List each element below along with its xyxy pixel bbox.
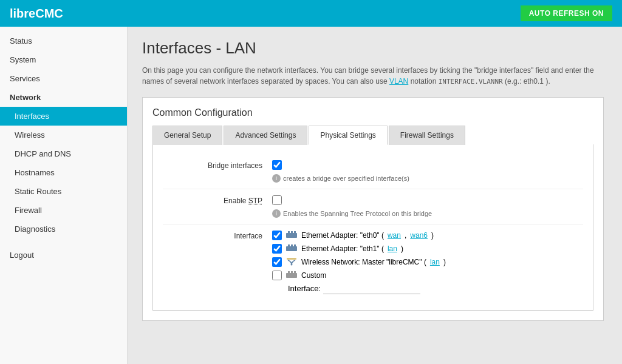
desc-code: INTERFACE.VLANNR — [439, 78, 503, 86]
interface-wireless: Wireless Network: Master "libreCMC" ( la… — [272, 257, 583, 267]
wireless-checkbox[interactable] — [272, 257, 282, 267]
svg-rect-7 — [294, 244, 296, 247]
layout: Status System Services Network Interface… — [0, 27, 622, 364]
stp-help-icon: i — [272, 209, 281, 218]
sidebar-item-dhcp-dns[interactable]: DHCP and DNS — [0, 144, 127, 163]
svg-rect-3 — [294, 231, 296, 234]
wireless-lan-link[interactable]: lan — [430, 258, 440, 266]
eth1-checkbox[interactable] — [272, 244, 282, 254]
auto-refresh-button[interactable]: AUTO REFRESH ON — [521, 5, 612, 21]
sidebar-item-hostnames[interactable]: Hostnames — [0, 163, 127, 182]
svg-rect-4 — [286, 246, 297, 251]
tab-firewall-settings[interactable]: Firewall Settings — [389, 126, 465, 145]
svg-rect-1 — [288, 231, 290, 234]
sidebar-item-system[interactable]: System — [0, 50, 127, 69]
ethernet-icon-eth1 — [285, 244, 298, 253]
tabs: General Setup Advanced Settings Physical… — [152, 126, 593, 145]
svg-rect-2 — [291, 231, 293, 234]
interface-custom: Custom — [272, 271, 583, 280]
eth1-lan-link[interactable]: lan — [388, 244, 397, 253]
card-title: Common Configuration — [152, 107, 593, 118]
bridge-checkbox[interactable] — [272, 160, 282, 170]
bridge-interfaces-row: Bridge interfaces i creates a bridge ove… — [163, 154, 583, 189]
interface-label: Interface — [163, 231, 272, 240]
eth0-text: Ethernet Adapter: "eth0" ( — [301, 231, 384, 240]
page-description: On this page you can configure the netwo… — [142, 65, 604, 87]
svg-rect-0 — [286, 233, 297, 238]
svg-rect-5 — [288, 244, 290, 247]
stp-abbr: STP — [248, 197, 262, 205]
svg-rect-10 — [286, 273, 297, 278]
eth0-checkbox[interactable] — [272, 231, 282, 240]
eth0-wan6-link[interactable]: wan6 — [410, 231, 428, 240]
svg-rect-13 — [294, 271, 296, 274]
bridge-help-icon: i — [272, 174, 281, 183]
sidebar-item-firewall[interactable]: Firewall — [0, 201, 127, 220]
bridge-help: i creates a bridge over specified interf… — [272, 174, 583, 183]
custom-checkbox[interactable] — [272, 271, 282, 280]
interface-eth0: Ethernet Adapter: "eth0" ( wan , wan6 ) — [272, 231, 583, 240]
tab-physical-settings[interactable]: Physical Settings — [309, 126, 387, 145]
sidebar-logout[interactable]: Logout — [0, 238, 127, 265]
wireless-icon — [285, 258, 298, 266]
desc-end: ). — [545, 77, 550, 86]
sidebar: Status System Services Network Interface… — [0, 27, 128, 364]
wireless-text: Wireless Network: Master "libreCMC" ( — [301, 258, 426, 266]
custom-icon — [285, 271, 298, 280]
desc-example-val: eth0.1 — [524, 77, 544, 86]
main-content: Interfaces - LAN On this page you can co… — [128, 27, 622, 364]
interface-row: Interface Ethernet Adapter: "eth0" — [163, 224, 583, 300]
desc-example: (e.g.: — [505, 77, 524, 86]
logo: libreCMC — [10, 7, 63, 21]
tab-advanced-settings[interactable]: Advanced Settings — [224, 126, 307, 145]
svg-rect-9 — [287, 258, 296, 260]
sidebar-item-diagnostics[interactable]: Diagnostics — [0, 220, 127, 238]
custom-label: Custom — [301, 271, 326, 280]
stp-value: i Enables the Spanning Tree Protocol on … — [272, 195, 583, 218]
stp-row: Enable STP i Enables the Spanning Tree P… — [163, 189, 583, 224]
tab-general-setup[interactable]: General Setup — [152, 126, 222, 145]
sidebar-item-wireless[interactable]: Wireless — [0, 126, 127, 144]
sidebar-item-static-routes[interactable]: Static Routes — [0, 182, 127, 201]
interface-value: Ethernet Adapter: "eth0" ( wan , wan6 ) — [272, 231, 583, 294]
custom-interface-input[interactable] — [323, 283, 420, 294]
interface-eth1: Ethernet Adapter: "eth1" ( lan ) — [272, 244, 583, 254]
tab-content: Bridge interfaces i creates a bridge ove… — [152, 144, 593, 311]
header: libreCMC AUTO REFRESH ON — [0, 0, 622, 27]
sidebar-item-interfaces[interactable]: Interfaces — [0, 107, 127, 126]
bridge-label: Bridge interfaces — [163, 160, 272, 170]
ethernet-icon-eth0 — [285, 231, 298, 240]
eth0-wan-link[interactable]: wan — [388, 231, 401, 240]
sidebar-item-services[interactable]: Services — [0, 69, 127, 88]
vlan-link[interactable]: VLAN — [389, 77, 408, 86]
sidebar-section-network: Network — [0, 88, 127, 107]
common-configuration-card: Common Configuration General Setup Advan… — [142, 97, 604, 321]
eth1-text: Ethernet Adapter: "eth1" ( — [301, 244, 384, 253]
stp-help-text: Enables the Spanning Tree Protocol on th… — [283, 210, 432, 217]
custom-interface-input-row: Interface: — [288, 283, 583, 294]
svg-rect-11 — [288, 271, 290, 274]
stp-checkbox[interactable] — [272, 195, 282, 205]
stp-help: i Enables the Spanning Tree Protocol on … — [272, 209, 583, 218]
bridge-value: i creates a bridge over specified interf… — [272, 160, 583, 183]
svg-rect-6 — [291, 244, 293, 247]
bridge-help-text: creates a bridge over specified interfac… — [283, 175, 409, 182]
custom-interface-label: Interface: — [288, 284, 321, 293]
page-title: Interfaces - LAN — [142, 39, 607, 58]
svg-rect-12 — [291, 271, 293, 274]
sidebar-item-status[interactable]: Status — [0, 32, 127, 50]
stp-label: Enable STP — [163, 195, 272, 205]
desc-text2: notation — [411, 77, 439, 86]
svg-point-8 — [291, 263, 293, 265]
